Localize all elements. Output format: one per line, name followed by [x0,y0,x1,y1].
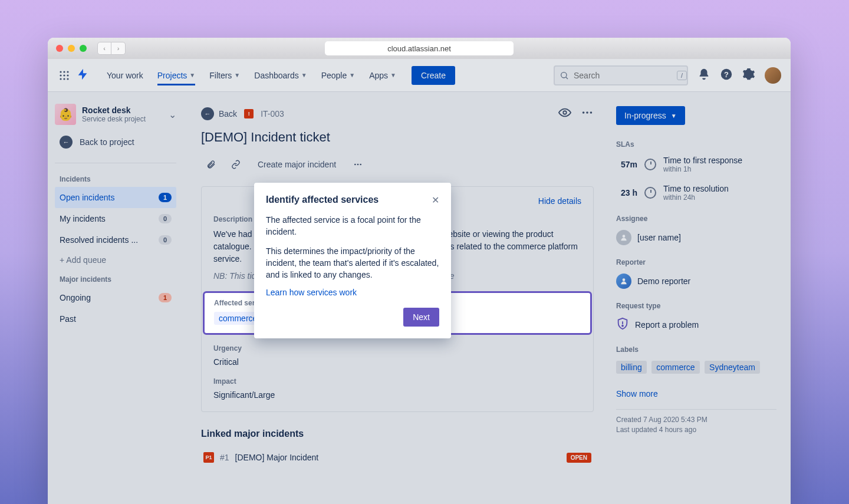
issue-sidebar: In-progress ▼ SLAs 57m Time to first res… [611,92,791,504]
svg-line-10 [566,77,568,79]
sla-sub: within 24h [663,193,729,202]
nav-filters[interactable]: Filters▼ [203,66,246,85]
queue-count: 1 [159,193,172,202]
close-icon[interactable]: ✕ [432,195,439,206]
search-input[interactable] [574,71,677,80]
svg-point-9 [561,72,567,77]
settings-icon[interactable] [742,68,755,83]
queue-resolved-incidents[interactable]: Resolved incidents ... 0 [55,229,176,251]
priority-p1-icon: P1 [203,452,214,463]
sla-label: Time to resolution [663,184,729,193]
browser-forward[interactable]: › [111,42,126,55]
reporter-row[interactable]: Demo reporter [616,274,776,289]
nav-dashboards[interactable]: Dashboards▼ [248,66,312,85]
impact-label: Impact [213,377,581,386]
request-type-row[interactable]: Report a problem [616,317,776,332]
window-minimize[interactable] [68,45,75,52]
global-search[interactable]: / [554,65,688,85]
sla-row: 23 h Time to resolution within 24h [616,184,776,202]
project-type: Service desk project [82,115,146,123]
window-close[interactable] [56,45,63,52]
project-avatar-icon: 👶 [55,104,76,125]
nav-apps[interactable]: Apps▼ [363,66,402,85]
svg-point-8 [67,78,68,80]
onboarding-popover: Identify affected services ✕ The affecte… [254,183,451,338]
issue-title[interactable]: [DEMO] Incident ticket [201,130,594,145]
svg-point-5 [67,74,68,76]
queue-count: 0 [159,214,172,223]
slas-heading: SLAs [616,140,776,149]
show-more-link[interactable]: Show more [616,389,776,398]
clock-icon [644,187,656,199]
svg-point-3 [60,74,61,76]
project-header[interactable]: 👶 Rocket desk Service desk project ⌄ [55,104,176,125]
back-to-project[interactable]: ← Back to project [55,130,176,154]
svg-point-19 [360,164,361,166]
browser-back[interactable]: ‹ [97,42,111,55]
watch-icon[interactable] [558,106,571,121]
search-shortcut: / [677,71,687,80]
linked-incident-row[interactable]: P1 #1 [DEMO] Major Incident OPEN [201,447,594,467]
popover-paragraph: The affected service is a focal point fo… [266,214,439,238]
queue-open-incidents[interactable]: Open incidents 1 [55,187,176,208]
svg-point-1 [63,71,65,73]
person-avatar-icon [616,230,631,245]
app-switcher-icon[interactable] [57,68,71,83]
nav-people[interactable]: People▼ [315,66,361,85]
hide-details-link[interactable]: Hide details [538,196,581,206]
status-dropdown[interactable]: In-progress ▼ [616,106,685,125]
top-nav: Your work Projects▼ Filters▼ Dashboards▼… [48,59,791,92]
assignee-row[interactable]: [user name] [616,230,776,245]
attach-button[interactable] [201,156,221,173]
svg-point-4 [63,74,65,76]
major-ongoing[interactable]: Ongoing 1 [55,287,176,308]
queue-my-incidents[interactable]: My incidents 0 [55,208,176,229]
link-button[interactable] [226,156,246,173]
learn-more-link[interactable]: Learn how services work [266,288,439,297]
create-button[interactable]: Create [412,66,455,85]
url-bar[interactable]: cloud.atlassian.net [325,41,514,55]
svg-point-13 [563,111,567,114]
browser-chrome: ‹ › cloud.atlassian.net [48,38,791,59]
label-pill[interactable]: billing [616,361,647,374]
label-pill[interactable]: Sydneyteam [705,361,760,374]
create-major-incident-button[interactable]: Create major incident [251,156,343,173]
sla-time: 57m [616,160,637,169]
labels-heading: Labels [616,345,776,354]
linked-title: [DEMO] Major Incident [235,453,319,462]
sla-label: Time to first response [663,156,742,165]
browser-window: ‹ › cloud.atlassian.net Your work Projec… [48,38,791,504]
link-icon [231,160,241,169]
status-badge: OPEN [567,453,591,463]
user-avatar[interactable] [765,67,781,84]
more-icon[interactable] [348,156,368,173]
updated-text: Last updated 4 hours ago [616,426,776,434]
svg-text:?: ? [724,70,729,78]
more-actions-icon[interactable] [581,106,594,121]
jira-logo-icon[interactable] [76,68,89,83]
svg-point-14 [583,111,585,114]
created-text: Created 7 Aug 2020 5:43 PM [616,416,776,424]
person-avatar-icon [616,274,631,289]
nav-projects[interactable]: Projects▼ [152,66,201,85]
svg-point-20 [623,235,626,238]
svg-point-7 [63,78,65,80]
queue-count: 1 [159,293,172,302]
window-maximize[interactable] [80,45,87,52]
add-queue-button[interactable]: + Add queue [55,251,176,269]
issue-back-button[interactable]: ← Back [201,107,237,120]
urgency-value: Critical [213,357,581,367]
svg-point-18 [357,164,359,166]
issue-key[interactable]: IT-003 [261,109,284,118]
label-pill[interactable]: commerce [651,361,699,374]
notifications-icon[interactable] [697,68,710,83]
arrow-left-icon: ← [201,107,214,120]
chevron-down-icon[interactable]: ⌄ [169,109,176,120]
next-button[interactable]: Next [403,308,439,327]
reporter-heading: Reporter [616,258,776,266]
incident-type-icon: ! [244,109,254,118]
help-icon[interactable]: ? [720,68,733,83]
major-past[interactable]: Past [55,308,176,330]
chevron-down-icon: ▼ [390,72,396,78]
nav-your-work[interactable]: Your work [101,66,149,85]
